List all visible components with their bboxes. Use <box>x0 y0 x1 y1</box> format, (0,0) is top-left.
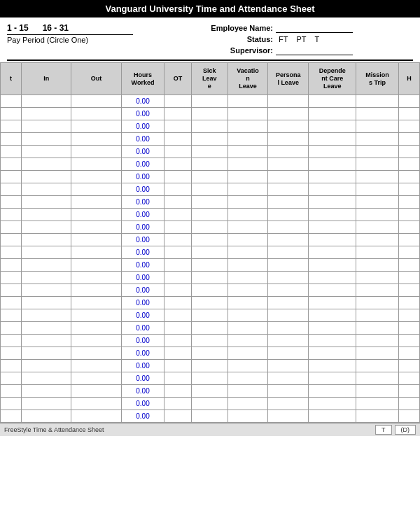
table-row: 0.00 <box>1 259 420 272</box>
footer-sheet-name: FreeStyle Time & Attendance Sheet <box>4 426 104 433</box>
cell-date <box>1 133 22 146</box>
table-row: 0.00 <box>1 309 420 322</box>
header-left: 1 - 15 16 - 31 Pay Period (Circle One) <box>7 23 210 44</box>
cell-dependent-care <box>308 171 356 183</box>
cell-personal-leave <box>268 410 309 423</box>
cell-dependent-care <box>308 347 356 360</box>
cell-personal-leave <box>268 108 309 120</box>
cell-ot <box>164 284 191 297</box>
cell-in <box>22 221 71 234</box>
cell-h <box>398 209 419 221</box>
cell-personal-leave <box>268 146 309 158</box>
cell-personal-leave <box>268 372 309 385</box>
cell-h <box>398 360 419 372</box>
cell-ot <box>164 108 191 120</box>
cell-date <box>1 322 22 335</box>
table-header-row: t In Out HoursWorked OT SickLeave Vacati… <box>1 63 420 95</box>
cell-personal-leave <box>268 133 309 146</box>
cell-dependent-care <box>308 410 356 423</box>
cell-date <box>1 183 22 196</box>
footer-tab-t[interactable]: T <box>375 425 392 435</box>
cell-personal-leave <box>268 385 309 398</box>
cell-h <box>398 322 419 335</box>
cell-ot <box>164 347 191 360</box>
cell-ot <box>164 410 191 423</box>
cell-sick-leave <box>191 410 227 423</box>
table-row: 0.00 <box>1 95 420 108</box>
cell-missions-trip <box>356 259 398 272</box>
cell-date <box>1 120 22 133</box>
cell-date <box>1 372 22 385</box>
cell-date <box>1 335 22 347</box>
cell-h <box>398 171 419 183</box>
cell-ot <box>164 183 191 196</box>
cell-vacation-leave <box>227 372 268 385</box>
cell-sick-leave <box>191 234 227 246</box>
cell-in <box>22 183 71 196</box>
cell-date <box>1 385 22 398</box>
col-header-hw: HoursWorked <box>121 63 164 95</box>
cell-missions-trip <box>356 410 398 423</box>
pay-period-label: Pay Period (Circle One) <box>7 34 133 44</box>
cell-dependent-care <box>308 398 356 410</box>
cell-hours-worked: 0.00 <box>121 398 164 410</box>
cell-missions-trip <box>356 335 398 347</box>
cell-out <box>71 108 121 120</box>
cell-personal-leave <box>268 284 309 297</box>
footer-bar: FreeStyle Time & Attendance Sheet T (D) <box>0 423 420 436</box>
cell-ot <box>164 322 191 335</box>
cell-ot <box>164 234 191 246</box>
cell-vacation-leave <box>227 410 268 423</box>
cell-hours-worked: 0.00 <box>121 108 164 120</box>
cell-h <box>398 246 419 259</box>
cell-h <box>398 284 419 297</box>
cell-date <box>1 272 22 284</box>
cell-vacation-leave <box>227 196 268 209</box>
cell-missions-trip <box>356 133 398 146</box>
cell-out <box>71 259 121 272</box>
cell-date <box>1 309 22 322</box>
table-row: 0.00 <box>1 133 420 146</box>
table-row: 0.00 <box>1 209 420 221</box>
col-header-pl: Personal Leave <box>268 63 309 95</box>
cell-dependent-care <box>308 120 356 133</box>
cell-personal-leave <box>268 209 309 221</box>
status-row: Status: FT PT T <box>210 35 413 43</box>
cell-sick-leave <box>191 158 227 171</box>
cell-hours-worked: 0.00 <box>121 284 164 297</box>
cell-personal-leave <box>268 259 309 272</box>
cell-out <box>71 284 121 297</box>
employee-name-line[interactable] <box>276 23 353 33</box>
cell-h <box>398 335 419 347</box>
cell-sick-leave <box>191 372 227 385</box>
cell-hours-worked: 0.00 <box>121 133 164 146</box>
cell-h <box>398 146 419 158</box>
table-row: 0.00 <box>1 347 420 360</box>
cell-vacation-leave <box>227 120 268 133</box>
table-row: 0.00 <box>1 158 420 171</box>
cell-out <box>71 335 121 347</box>
table-row: 0.00 <box>1 196 420 209</box>
cell-vacation-leave <box>227 209 268 221</box>
col-header-vl: VacationLeave <box>227 63 268 95</box>
cell-out <box>71 158 121 171</box>
cell-sick-leave <box>191 246 227 259</box>
cell-in <box>22 120 71 133</box>
cell-sick-leave <box>191 146 227 158</box>
attendance-table: t In Out HoursWorked OT SickLeave Vacati… <box>0 62 420 423</box>
cell-hours-worked: 0.00 <box>121 221 164 234</box>
cell-ot <box>164 335 191 347</box>
supervisor-row: Supervisor: <box>210 46 413 55</box>
cell-missions-trip <box>356 347 398 360</box>
cell-dependent-care <box>308 360 356 372</box>
cell-out <box>71 183 121 196</box>
cell-personal-leave <box>268 246 309 259</box>
cell-hours-worked: 0.00 <box>121 171 164 183</box>
cell-date <box>1 398 22 410</box>
footer-tab-d[interactable]: (D) <box>395 425 416 435</box>
cell-ot <box>164 372 191 385</box>
table-row: 0.00 <box>1 398 420 410</box>
supervisor-line[interactable] <box>276 46 353 55</box>
header-right: Employee Name: Status: FT PT T Superviso… <box>210 23 413 55</box>
cell-out <box>71 171 121 183</box>
